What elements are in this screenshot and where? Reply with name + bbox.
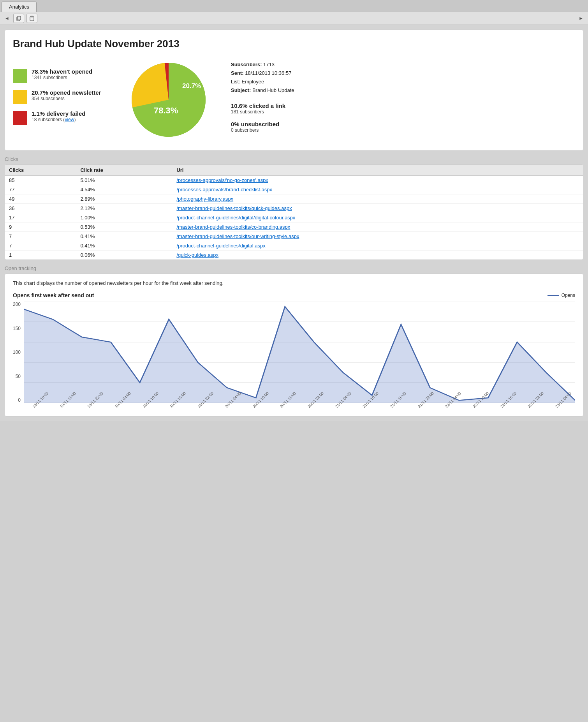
table-row: 9 0.53% /master-brand-guidelines-toolkit…	[5, 222, 583, 232]
clicks-table: Clicks Click rate Url 85 5.01% /processe…	[5, 165, 583, 259]
clicks-count: 36	[5, 204, 76, 213]
y-axis: 200 150 100 50 0	[13, 302, 24, 403]
clicks-count: 7	[5, 241, 76, 251]
legend-text-red: 1.1% delivery failed 18 subscribers (vie…	[32, 110, 85, 122]
analytics-tab[interactable]: Analytics	[2, 2, 37, 12]
table-row: 1 0.06% /quick-guides.aspx	[5, 251, 583, 260]
svg-rect-3	[30, 17, 34, 21]
copy-button[interactable]	[13, 14, 24, 23]
svg-text:78.3%: 78.3%	[154, 106, 178, 115]
stats-info: Subscribers: 1713 Sent: 18/11/2013 10:36…	[231, 60, 575, 95]
tab-bar: Analytics	[0, 0, 588, 12]
click-url[interactable]: /product-channel-guidelines/digital.aspx	[173, 241, 583, 251]
col-clicks: Clicks	[5, 165, 76, 176]
pie-yellow	[132, 63, 169, 108]
legend-col: 78.3% haven't opened 1341 subscribers 20…	[13, 68, 114, 131]
legend-item-green: 78.3% haven't opened 1341 subscribers	[13, 68, 114, 83]
legend-line-icon	[548, 295, 559, 296]
clicks-count: 85	[5, 176, 76, 185]
view-link[interactable]: view	[65, 117, 74, 122]
click-rate: 2.12%	[76, 204, 173, 213]
x-axis: 18/11 10:0018/11 16:0018/11 22:0019/11 0…	[13, 406, 575, 410]
pie-chart: 78.3% 20.7%	[126, 57, 211, 143]
summary-title: Brand Hub Update November 2013	[13, 38, 575, 50]
click-url[interactable]: /processes-approvals/'no-go-zones'.aspx	[173, 176, 583, 185]
click-url[interactable]: /master-brand-guidelines-toolkits/co-bra…	[173, 222, 583, 232]
clicks-count: 7	[5, 232, 76, 241]
click-url[interactable]: /photography-library.aspx	[173, 194, 583, 204]
clicked-link-stat: 10.6% clicked a link 181 subscribers	[231, 102, 575, 115]
table-row: 36 2.12% /master-brand-guidelines-toolki…	[5, 204, 583, 213]
chart-title-row: Opens first week after send out Opens	[13, 292, 575, 298]
unsubscribed-stat: 0% unsubscribed 0 subscribers	[231, 121, 575, 133]
legend-text-green: 78.3% haven't opened 1341 subscribers	[32, 68, 92, 80]
clicks-count: 17	[5, 213, 76, 222]
chart-area	[24, 302, 575, 404]
red-swatch	[13, 111, 27, 125]
pie-col: 78.3% 20.7%	[122, 57, 215, 143]
table-row: 7 0.41% /master-brand-guidelines-toolkit…	[5, 232, 583, 241]
green-swatch	[13, 69, 27, 83]
toolbar: ◄ ►	[0, 12, 588, 25]
click-url[interactable]: /product-channel-guidelines/digital/digi…	[173, 213, 583, 222]
col-url: Url	[173, 165, 583, 176]
content-area: Brand Hub Update November 2013 78.3% hav…	[0, 25, 588, 421]
summary-body: 78.3% haven't opened 1341 subscribers 20…	[13, 57, 575, 143]
yellow-swatch	[13, 90, 27, 104]
back-arrow[interactable]: ◄	[3, 16, 11, 21]
summary-card: Brand Hub Update November 2013 78.3% hav…	[5, 30, 583, 151]
svg-text:20.7%: 20.7%	[182, 82, 201, 90]
table-row: 85 5.01% /processes-approvals/'no-go-zon…	[5, 176, 583, 185]
forward-arrow[interactable]: ►	[577, 16, 585, 21]
click-rate: 0.41%	[76, 241, 173, 251]
clicks-count: 49	[5, 194, 76, 204]
stats-col: Subscribers: 1713 Sent: 18/11/2013 10:36…	[223, 60, 575, 139]
click-rate: 5.01%	[76, 176, 173, 185]
svg-rect-1	[18, 16, 21, 20]
legend-label: Opens	[562, 293, 575, 298]
clicks-count: 9	[5, 222, 76, 232]
click-url[interactable]: /quick-guides.aspx	[173, 251, 583, 260]
table-row: 77 4.54% /processes-approvals/brand-chec…	[5, 185, 583, 194]
table-row: 7 0.41% /product-channel-guidelines/digi…	[5, 241, 583, 251]
chart-legend: Opens	[548, 293, 575, 298]
table-row: 17 1.00% /product-channel-guidelines/dig…	[5, 213, 583, 222]
clicks-count: 77	[5, 185, 76, 194]
col-rate: Click rate	[76, 165, 173, 176]
chart-title: Opens first week after send out	[13, 292, 94, 298]
click-url[interactable]: /master-brand-guidelines-toolkits/our-wr…	[173, 232, 583, 241]
click-url[interactable]: /master-brand-guidelines-toolkits/quick-…	[173, 204, 583, 213]
paste-button[interactable]	[26, 14, 37, 23]
legend-item-yellow: 20.7% opened newsletter 354 subscribers	[13, 89, 114, 104]
table-row: 49 2.89% /photography-library.aspx	[5, 194, 583, 204]
opens-chart-svg	[24, 302, 575, 403]
clicks-label: Clicks	[5, 156, 583, 162]
open-tracking-label: Open tracking	[5, 265, 583, 271]
click-rate: 0.06%	[76, 251, 173, 260]
click-rate: 2.89%	[76, 194, 173, 204]
click-rate: 1.00%	[76, 213, 173, 222]
clicks-count: 1	[5, 251, 76, 260]
click-rate: 0.41%	[76, 232, 173, 241]
legend-text-yellow: 20.7% opened newsletter 354 subscribers	[32, 89, 101, 101]
click-rate: 0.53%	[76, 222, 173, 232]
chart-wrapper: 200 150 100 50 0	[13, 302, 575, 404]
click-rate: 4.54%	[76, 185, 173, 194]
chart-card: This chart displays the number of opened…	[5, 274, 583, 417]
clicks-table-card: Clicks Click rate Url 85 5.01% /processe…	[5, 164, 583, 260]
click-url[interactable]: /processes-approvals/brand-checklist.asp…	[173, 185, 583, 194]
legend-item-red: 1.1% delivery failed 18 subscribers (vie…	[13, 110, 114, 125]
table-header-row: Clicks Click rate Url	[5, 165, 583, 176]
chart-desc: This chart displays the number of opened…	[13, 280, 575, 286]
